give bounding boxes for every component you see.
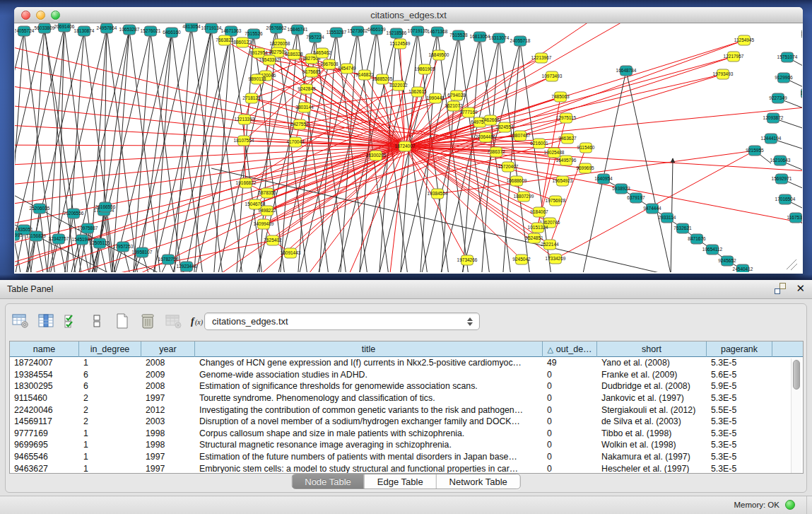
graph-node[interactable]: 9463627 xyxy=(558,134,577,144)
cell-out_degree[interactable]: 0 xyxy=(543,428,597,438)
graph-node[interactable]: 16648784 xyxy=(616,66,637,76)
table-row[interactable]: 977716911998Corpus callosum shape and si… xyxy=(10,428,803,440)
cell-pagerank[interactable]: 5.3E-5 xyxy=(707,393,772,403)
graph-node[interactable]: 10719134 xyxy=(201,23,222,33)
graph-node[interactable]: 12213967 xyxy=(531,53,552,63)
graph-node[interactable]: 9146821 xyxy=(355,70,374,80)
graph-node[interactable]: 4170044 xyxy=(286,137,305,147)
cell-short[interactable]: Franke et al. (2009) xyxy=(597,370,707,380)
scrollbar-thumb[interactable] xyxy=(793,360,800,390)
table-scrollbar[interactable] xyxy=(791,358,801,473)
cell-in_degree[interactable]: 1 xyxy=(79,464,141,474)
graph-node[interactable]: 7386372 xyxy=(487,147,505,157)
graph-node[interactable]: 12342757 xyxy=(49,234,69,244)
cell-year[interactable]: 1998 xyxy=(141,440,195,450)
cell-out_degree[interactable]: 0 xyxy=(543,416,597,426)
cell-short[interactable]: Hescheler et al. (1997) xyxy=(597,464,707,474)
cell-out_degree[interactable]: 49 xyxy=(543,358,597,368)
graph-node[interactable]: 24957864 xyxy=(97,23,117,33)
close-panel-icon[interactable]: ✕ xyxy=(796,283,805,294)
table-row[interactable]: 946554611997Estimation of the future num… xyxy=(10,451,803,463)
graph-node[interactable]: 6466160 xyxy=(163,28,181,37)
graph-node[interactable]: 56033809 xyxy=(35,23,55,33)
cell-short[interactable]: Nakamura et al. (1997) xyxy=(597,452,707,462)
cell-short[interactable]: Dudbridge et al. (2008) xyxy=(597,381,707,391)
graph-node[interactable]: 16849500 xyxy=(429,50,449,60)
column-header-pagerank[interactable]: pagerank xyxy=(707,341,772,357)
cell-short[interactable]: de Silva et al. (2003) xyxy=(597,416,707,426)
cell-title[interactable]: Genome-wide association studies in ADHD. xyxy=(195,370,543,380)
cell-name[interactable]: 18724007 xyxy=(10,358,79,368)
graph-node[interactable]: 6379197 xyxy=(627,193,645,203)
tab-node-table[interactable]: Node Table xyxy=(292,474,365,489)
graph-node[interactable]: 15276021 xyxy=(141,26,161,36)
graph-node[interactable]: 9699695 xyxy=(576,163,594,173)
graph-node[interactable]: 19384554 xyxy=(428,189,448,199)
cell-name[interactable]: 19384554 xyxy=(10,370,79,380)
network-canvas[interactable]: 2405572456033809206914061813087424957864… xyxy=(15,23,802,272)
tab-network-table[interactable]: Network Table xyxy=(437,474,520,489)
graph-node[interactable]: 7632621 xyxy=(673,223,692,233)
graph-node[interactable]: 12923448 xyxy=(177,262,197,271)
graph-node[interactable]: 16091443 xyxy=(281,248,301,258)
graph-node[interactable]: 16813054 xyxy=(470,32,490,42)
graph-node[interactable]: 12975115 xyxy=(556,113,577,123)
table-row[interactable]: 2242004622012Investigating the contribut… xyxy=(10,404,803,416)
graph-node[interactable]: 9474444 xyxy=(643,204,661,214)
cell-in_degree[interactable]: 2 xyxy=(79,405,141,415)
table-row[interactable]: 911546021997Tourette syndrome. Phenomeno… xyxy=(10,392,803,404)
graph-node[interactable]: 10975887 xyxy=(78,223,98,233)
column-header-in_degree[interactable]: in_degree xyxy=(79,341,141,357)
cell-out_degree[interactable]: 0 xyxy=(543,452,597,462)
cell-pagerank[interactable]: 5.5E-5 xyxy=(707,405,772,415)
table-row[interactable]: 969969511998Structural magnetic resonanc… xyxy=(10,439,803,451)
select-columns-icon[interactable] xyxy=(61,310,82,332)
table-row[interactable]: 1456911722003Disruption of a novel membe… xyxy=(10,416,803,428)
cell-out_degree[interactable]: 0 xyxy=(543,370,597,380)
graph-node[interactable]: 19734266 xyxy=(457,255,478,265)
canvas-resize-grip[interactable] xyxy=(787,259,796,269)
table-row[interactable]: 946362711997Embryonic stem cells: a mode… xyxy=(10,462,803,474)
graph-node[interactable]: 10654112 xyxy=(702,245,723,255)
cell-pagerank[interactable]: 5.9E-5 xyxy=(707,381,772,391)
graph-node[interactable]: 7957224 xyxy=(306,33,324,42)
graph-node[interactable]: 2933114 xyxy=(659,213,676,223)
graph-node[interactable]: 11254945 xyxy=(734,35,755,45)
cell-short[interactable]: Stergiakouli et al. (2012) xyxy=(597,405,707,415)
graph-node[interactable]: 14671363 xyxy=(221,26,242,36)
graph-node[interactable]: 5465462 xyxy=(313,48,331,58)
cell-in_degree[interactable]: 1 xyxy=(79,440,141,450)
cell-year[interactable]: 2003 xyxy=(141,416,195,426)
cell-title[interactable]: Tourette syndrome. Phenomenology and cla… xyxy=(195,393,543,403)
graph-node[interactable]: 5938923 xyxy=(612,184,630,194)
column-header-name[interactable]: name xyxy=(10,341,79,357)
cell-pagerank[interactable]: 5.3E-5 xyxy=(707,416,772,426)
cell-short[interactable]: Wolkin et al. (1998) xyxy=(597,440,707,450)
graph-node[interactable]: 7515528 xyxy=(449,30,468,40)
cell-title[interactable]: Estimation of the future numbers of pati… xyxy=(195,452,543,462)
cell-out_degree[interactable]: 0 xyxy=(543,440,597,450)
column-header-year[interactable]: year xyxy=(141,341,195,357)
cell-short[interactable]: Yano et al. (2008) xyxy=(597,358,707,368)
graph-node[interactable]: 12093872 xyxy=(763,113,784,123)
graph-node[interactable]: 19218586 xyxy=(387,28,407,38)
graph-node[interactable]: 9777169 xyxy=(459,107,478,117)
cell-year[interactable]: 2012 xyxy=(141,405,195,415)
float-panel-icon[interactable] xyxy=(775,283,786,294)
graph-node[interactable]: 19793493 xyxy=(713,69,734,79)
graph-node[interactable]: 19756928 xyxy=(546,196,566,206)
graph-node[interactable]: 18130874 xyxy=(74,26,95,36)
graph-node[interactable]: 12744 xyxy=(801,88,802,98)
graph-node[interactable]: 8427552 xyxy=(290,119,309,129)
table-row[interactable]: 1938455462009Genome-wide association stu… xyxy=(10,369,803,381)
cell-out_degree[interactable]: 0 xyxy=(543,393,597,403)
cell-out_degree[interactable]: 0 xyxy=(543,405,597,415)
graph-node[interactable]: 20691406 xyxy=(54,23,75,32)
cell-in_degree[interactable]: 2 xyxy=(79,393,141,403)
column-header-short[interactable]: short xyxy=(597,341,707,357)
graph-node[interactable]: 6216001 xyxy=(530,139,548,148)
row-options-icon[interactable] xyxy=(86,310,107,332)
cell-year[interactable]: 2008 xyxy=(141,381,195,391)
cell-pagerank[interactable]: 5.3E-5 xyxy=(707,358,772,368)
memory-ok-indicator-icon[interactable] xyxy=(785,500,795,510)
